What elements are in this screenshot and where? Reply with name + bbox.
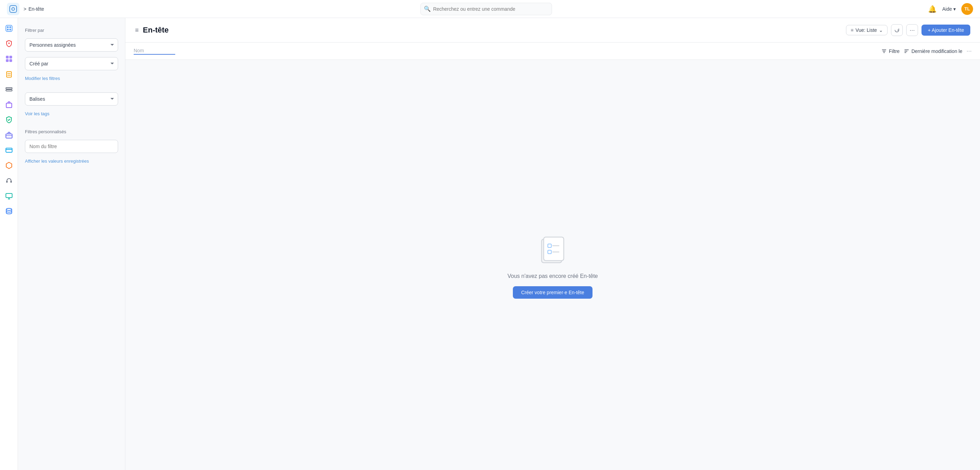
more-options-button[interactable]: ··· <box>906 24 918 36</box>
table-more-icon[interactable]: ··· <box>967 48 972 55</box>
sidebar-item-shield[interactable] <box>3 37 15 50</box>
toggle-sidebar-button[interactable]: ≡ <box>135 27 139 34</box>
sidebar-item-database[interactable] <box>3 205 15 218</box>
search-input[interactable] <box>420 3 552 15</box>
sidebar-item-card[interactable] <box>3 144 15 156</box>
view-chevron-icon: ⌄ <box>879 27 883 33</box>
sidebar-item-layers[interactable] <box>3 83 15 95</box>
svg-rect-4 <box>10 26 11 28</box>
svg-rect-24 <box>6 181 8 183</box>
svg-rect-20 <box>6 134 12 138</box>
svg-rect-22 <box>6 148 12 152</box>
svg-rect-9 <box>10 56 12 59</box>
svg-rect-12 <box>6 71 11 77</box>
breadcrumb: > En-tête <box>24 6 44 12</box>
search-wrap: 🔍 <box>420 3 552 15</box>
svg-rect-19 <box>6 103 12 108</box>
refresh-button[interactable] <box>891 24 903 36</box>
breadcrumb-separator: > <box>24 6 26 12</box>
app-logo[interactable] <box>7 3 19 15</box>
svg-rect-8 <box>6 56 9 59</box>
help-label: Aide <box>942 6 952 12</box>
help-chevron-icon: ▾ <box>953 6 956 12</box>
svg-rect-15 <box>8 75 9 76</box>
custom-filters-label: Filtres personnalisés <box>25 129 118 134</box>
sidebar-item-check-shield[interactable] <box>3 114 15 126</box>
view-selector-label: Vue: Liste <box>856 27 877 33</box>
main-content: ≡ En-tête ≡ Vue: Liste ⌄ ··· + Ajouter E… <box>126 18 980 470</box>
empty-state: Vous n'avez pas encore créé En-tête Crée… <box>126 60 980 470</box>
add-entete-button[interactable]: + Ajouter En-tête <box>921 25 970 36</box>
help-menu[interactable]: Aide ▾ <box>942 6 956 12</box>
page-header: ≡ En-tête ≡ Vue: Liste ⌄ ··· + Ajouter E… <box>126 18 980 43</box>
assigned-persons-select[interactable]: Personnes assignées <box>25 38 118 52</box>
sidebar-item-hexagon[interactable] <box>3 159 15 171</box>
sidebar-item-screen[interactable] <box>3 190 15 202</box>
svg-rect-10 <box>6 59 9 62</box>
svg-rect-26 <box>6 194 12 198</box>
icon-sidebar <box>0 18 18 470</box>
search-area: 🔍 <box>48 3 924 15</box>
page-header-actions: ≡ Vue: Liste ⌄ ··· + Ajouter En-tête <box>846 24 970 36</box>
list-view-icon: ≡ <box>851 27 853 33</box>
svg-point-7 <box>8 43 10 44</box>
sort-button[interactable]: Dernière modification le <box>904 48 963 54</box>
sidebar-item-grid[interactable] <box>3 52 15 65</box>
svg-rect-14 <box>10 73 10 74</box>
svg-rect-3 <box>7 26 9 28</box>
filter-name-input[interactable] <box>25 140 118 153</box>
svg-rect-0 <box>10 6 17 13</box>
view-tags-link[interactable]: Voir les tags <box>25 111 118 116</box>
sort-label: Dernière modification le <box>912 48 963 54</box>
svg-point-1 <box>12 8 14 10</box>
sidebar-item-briefcase[interactable] <box>3 129 15 141</box>
empty-state-message: Vous n'avez pas encore créé En-tête <box>508 273 598 279</box>
sidebar-item-building[interactable] <box>3 68 15 80</box>
filter-button[interactable]: Filtre <box>881 48 900 54</box>
filter-label: Filtre <box>889 48 900 54</box>
svg-rect-11 <box>10 59 12 62</box>
main-layout: Filtrer par Personnes assignées Créé par… <box>0 18 980 470</box>
svg-rect-18 <box>6 90 12 91</box>
search-icon: 🔍 <box>424 6 431 12</box>
tags-select[interactable]: Balises <box>25 92 118 106</box>
created-by-select[interactable]: Créé par <box>25 57 118 70</box>
topbar-right: 🔔 Aide ▾ TL <box>928 3 973 15</box>
modify-filters-link[interactable]: Modifier les filtres <box>25 76 118 81</box>
page-title: En-tête <box>143 25 842 35</box>
filter-sidebar: Filtrer par Personnes assignées Créé par… <box>18 18 126 470</box>
svg-rect-6 <box>10 29 11 30</box>
column-nom: Nom <box>134 48 175 55</box>
sidebar-item-home[interactable] <box>3 22 15 35</box>
sidebar-item-headset[interactable] <box>3 175 15 187</box>
svg-rect-13 <box>8 73 9 74</box>
svg-rect-16 <box>10 75 10 76</box>
empty-state-icon <box>535 232 570 266</box>
topbar: > En-tête 🔍 🔔 Aide ▾ TL <box>0 0 980 18</box>
svg-rect-5 <box>7 29 9 30</box>
view-selector[interactable]: ≡ Vue: Liste ⌄ <box>846 25 888 35</box>
svg-rect-17 <box>6 87 12 89</box>
filter-by-label: Filtrer par <box>25 28 118 33</box>
svg-point-29 <box>6 208 12 210</box>
create-first-button[interactable]: Créer votre premier·e En-tête <box>513 286 592 299</box>
content-area: Nom Filtre Dernière mo <box>126 43 980 470</box>
notification-bell-icon[interactable]: 🔔 <box>928 5 937 13</box>
avatar[interactable]: TL <box>961 3 973 15</box>
show-saved-link[interactable]: Afficher les valeurs enregistrées <box>25 159 118 164</box>
svg-rect-2 <box>6 25 12 32</box>
svg-rect-37 <box>544 237 564 260</box>
table-header: Nom Filtre Dernière mo <box>126 43 980 60</box>
svg-rect-25 <box>10 181 12 183</box>
breadcrumb-page: En-tête <box>29 6 44 12</box>
sidebar-item-bag[interactable] <box>3 98 15 111</box>
